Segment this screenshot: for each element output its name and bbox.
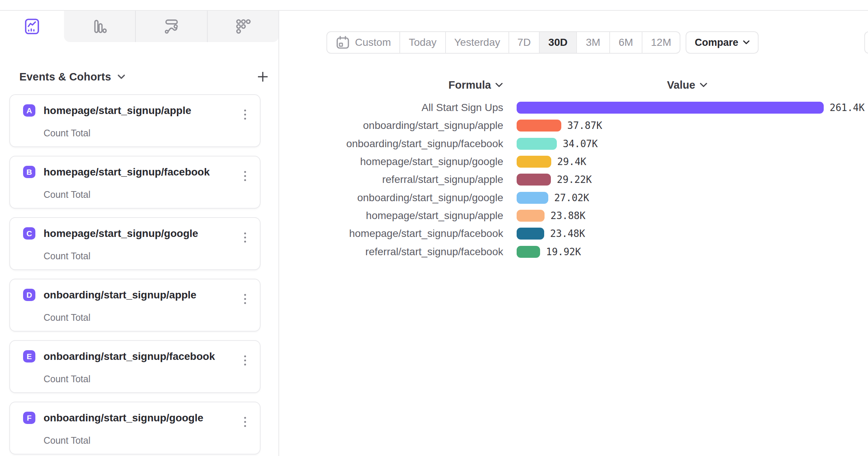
date-range-today[interactable]: Today	[399, 32, 445, 53]
kebab-menu-icon[interactable]	[238, 104, 252, 125]
insights-line-chart-icon	[24, 18, 40, 35]
event-metric[interactable]: Count Total	[44, 312, 90, 323]
event-card-f[interactable]: F onboarding/start_signup/google Count T…	[9, 402, 261, 455]
chevron-down-icon[interactable]	[117, 74, 125, 79]
compare-label: Compare	[695, 37, 738, 48]
date-range-selector: Custom Today Yesterday 7D 30D 3M 6M 12M	[326, 31, 680, 54]
event-name: homepage/start_signup/apple	[44, 105, 191, 117]
date-range-7d[interactable]: 7D	[508, 32, 539, 53]
series-bar[interactable]	[517, 246, 540, 258]
chart-type-tabs	[0, 11, 279, 42]
calendar-icon	[336, 35, 350, 50]
series-value: 19.92K	[546, 246, 581, 257]
kebab-menu-icon[interactable]	[238, 350, 252, 371]
event-badge: E	[23, 350, 35, 362]
chart-row: onboarding/start_signup/apple 37.87K	[257, 117, 867, 134]
formula-label: Formula	[449, 79, 491, 91]
chart-row: onboarding/start_signup/facebook 34.07K	[257, 135, 867, 153]
event-card-b[interactable]: B homepage/start_signup/facebook Count T…	[9, 156, 261, 209]
kebab-menu-icon[interactable]	[238, 227, 252, 248]
date-range-label: Custom	[355, 37, 391, 48]
tab-flows[interactable]	[135, 11, 207, 42]
date-range-30d-selected[interactable]: 30D	[539, 32, 576, 53]
series-bar[interactable]	[517, 156, 551, 168]
event-metric[interactable]: Count Total	[44, 189, 90, 200]
date-range-label: 3M	[586, 37, 600, 48]
formula-column-header[interactable]: Formula	[449, 79, 503, 91]
series-bar[interactable]	[517, 228, 544, 240]
event-metric[interactable]: Count Total	[44, 374, 90, 384]
series-value: 23.88K	[551, 210, 585, 221]
bar-chart-icon	[92, 19, 108, 34]
chart-row: referral/start_signup/facebook 19.92K	[257, 243, 867, 260]
event-metric[interactable]: Count Total	[44, 128, 90, 139]
chart-row: onboarding/start_signup/google 27.02K	[257, 189, 867, 206]
date-range-yesterday[interactable]: Yesterday	[445, 32, 508, 53]
event-card-c[interactable]: C homepage/start_signup/google Count Tot…	[9, 217, 261, 270]
chart-row: homepage/start_signup/apple 23.88K	[257, 207, 867, 225]
date-range-custom[interactable]: Custom	[327, 32, 399, 53]
clipped-edge-button[interactable]	[864, 31, 868, 54]
compare-button[interactable]: Compare	[686, 31, 759, 54]
tab-bar-chart[interactable]	[64, 11, 135, 42]
flows-icon	[163, 19, 180, 34]
event-card-a[interactable]: A homepage/start_signup/apple Count Tota…	[9, 94, 261, 147]
series-value: 29.22K	[557, 174, 592, 185]
series-label: referral/start_signup/apple	[257, 174, 503, 186]
event-metric[interactable]: Count Total	[44, 435, 90, 446]
series-label: homepage/start_signup/google	[257, 156, 503, 168]
series-value: 29.4K	[557, 156, 586, 167]
series-value: 261.4K	[830, 102, 865, 113]
date-range-label: 6M	[619, 37, 633, 48]
event-metric[interactable]: Count Total	[44, 251, 90, 262]
events-cohorts-title: Events & Cohorts	[19, 71, 111, 83]
events-cohorts-header: Events & Cohorts	[19, 69, 263, 84]
series-bar[interactable]	[517, 102, 824, 114]
event-badge: C	[23, 227, 35, 240]
chevron-down-icon	[495, 83, 503, 88]
event-badge: D	[23, 289, 35, 301]
event-name: onboarding/start_signup/apple	[44, 289, 197, 301]
event-badge: A	[23, 104, 35, 117]
date-range-6m[interactable]: 6M	[609, 32, 642, 53]
event-badge: B	[23, 166, 35, 178]
chart-row: homepage/start_signup/facebook 23.48K	[257, 225, 867, 243]
chevron-down-icon	[700, 83, 707, 88]
tab-retention[interactable]	[207, 11, 279, 42]
series-value: 34.07K	[563, 138, 598, 149]
series-value: 27.02K	[554, 192, 589, 203]
value-label: Value	[667, 79, 695, 91]
event-name: onboarding/start_signup/facebook	[44, 351, 215, 362]
series-bar[interactable]	[517, 138, 557, 150]
event-card-d[interactable]: D onboarding/start_signup/apple Count To…	[9, 279, 261, 332]
chart-row: homepage/start_signup/google 29.4K	[257, 153, 867, 171]
chart-row: referral/start_signup/apple 29.22K	[257, 171, 867, 189]
chart-row: All Start Sign Ups 261.4K	[257, 99, 867, 117]
series-label: referral/start_signup/facebook	[257, 246, 503, 258]
kebab-menu-icon[interactable]	[238, 288, 252, 309]
date-range-3m[interactable]: 3M	[576, 32, 609, 53]
series-value: 37.87K	[567, 120, 602, 131]
event-name: homepage/start_signup/facebook	[44, 166, 210, 178]
series-bar[interactable]	[517, 192, 548, 204]
series-label: homepage/start_signup/apple	[257, 210, 503, 222]
tab-group	[64, 11, 279, 42]
series-bar[interactable]	[517, 210, 545, 222]
series-bar[interactable]	[517, 120, 561, 132]
series-value: 23.48K	[550, 228, 585, 239]
series-label: homepage/start_signup/facebook	[257, 228, 503, 240]
series-label: onboarding/start_signup/apple	[257, 120, 503, 132]
date-range-label: Today	[409, 37, 437, 48]
tab-insights[interactable]	[0, 11, 64, 42]
add-event-button[interactable]	[251, 69, 275, 84]
date-range-label: 30D	[548, 37, 567, 48]
event-card-e[interactable]: E onboarding/start_signup/facebook Count…	[9, 340, 261, 393]
retention-dots-icon	[236, 19, 251, 34]
kebab-menu-icon[interactable]	[238, 411, 252, 432]
date-range-12m[interactable]: 12M	[642, 32, 680, 53]
series-bar[interactable]	[517, 174, 551, 186]
event-name: onboarding/start_signup/google	[44, 412, 203, 424]
value-column-header[interactable]: Value	[667, 79, 707, 91]
kebab-menu-icon[interactable]	[238, 165, 252, 186]
insights-report-page: Events & Cohorts A homepage/start_signup…	[0, 0, 868, 456]
